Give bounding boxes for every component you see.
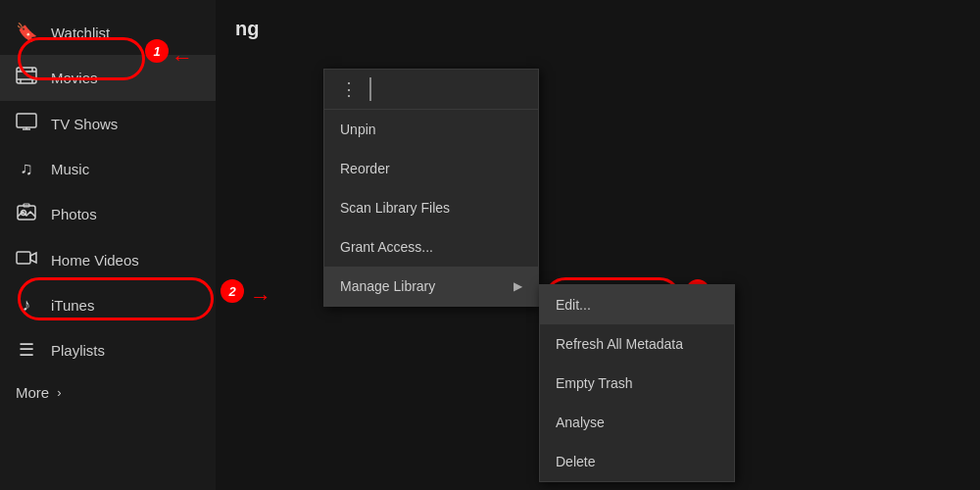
sidebar-item-tvshows[interactable]: TV Shows [0, 101, 216, 147]
sidebar-item-label: Music [51, 161, 89, 177]
more-label: More [16, 384, 49, 401]
photos-icon [16, 203, 37, 225]
context-menu-unpin[interactable]: Unpin [324, 110, 538, 149]
svg-rect-13 [17, 252, 30, 264]
sidebar-item-label: Playlists [51, 342, 105, 359]
sidebar-item-watchlist[interactable]: 🔖 Watchlist [0, 10, 216, 55]
submenu-delete[interactable]: Delete [540, 442, 734, 481]
sidebar-item-label: Home Videos [51, 252, 139, 269]
context-menu-reorder[interactable]: Reorder [324, 149, 538, 188]
context-menu-scan[interactable]: Scan Library Files [324, 188, 538, 227]
submenu-arrow-icon: ▶ [514, 279, 522, 293]
svg-rect-7 [17, 114, 36, 127]
context-menu-header: ⋮ [324, 70, 538, 110]
sidebar: 🔖 Watchlist Movies TV Shows [0, 0, 216, 490]
tvshows-icon [16, 113, 37, 135]
more-chevron-icon: › [57, 385, 61, 400]
sidebar-item-label: Watchlist [51, 24, 110, 41]
context-menu: ⋮ Unpin Reorder Scan Library Files Grant… [323, 69, 539, 307]
submenu-edit[interactable]: Edit... [540, 285, 734, 324]
svg-rect-0 [17, 68, 36, 83]
music-icon: ♫ [16, 159, 37, 179]
sidebar-item-label: iTunes [51, 297, 94, 314]
sidebar-item-music[interactable]: ♫ Music [0, 147, 216, 191]
sidebar-item-label: Movies [51, 70, 98, 86]
submenu-empty-trash[interactable]: Empty Trash [540, 364, 734, 403]
submenu: Edit... Refresh All Metadata Empty Trash… [539, 284, 735, 482]
sidebar-item-photos[interactable]: Photos [0, 191, 216, 237]
watchlist-icon: 🔖 [16, 22, 37, 43]
context-menu-manage[interactable]: Manage Library ▶ [324, 267, 538, 306]
sidebar-more[interactable]: More › [0, 372, 216, 413]
sidebar-item-movies[interactable]: Movies [0, 55, 216, 101]
playlists-icon: ☰ [16, 339, 37, 361]
submenu-refresh[interactable]: Refresh All Metadata [540, 324, 734, 364]
sidebar-item-homevideos[interactable]: Home Videos [0, 237, 216, 283]
homevideos-icon [16, 249, 37, 271]
sidebar-item-label: Photos [51, 206, 97, 222]
movies-icon [16, 67, 37, 89]
submenu-analyse[interactable]: Analyse [540, 403, 734, 442]
context-menu-grant[interactable]: Grant Access... [324, 227, 538, 267]
sidebar-item-playlists[interactable]: ☰ Playlists [0, 327, 216, 372]
sidebar-item-label: TV Shows [51, 116, 118, 132]
main-header: ng [216, 0, 980, 50]
dots-icon: ⋮ [340, 78, 360, 100]
sidebar-item-itunes[interactable]: ♪ iTunes [0, 283, 216, 327]
itunes-icon: ♪ [16, 295, 37, 316]
